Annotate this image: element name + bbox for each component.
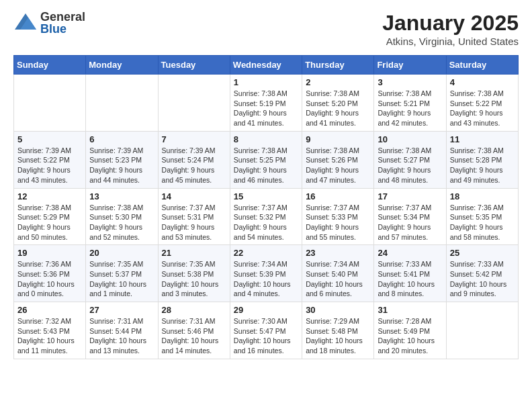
page-header: General Blue January 2025 Atkins, Virgin…: [13, 11, 519, 47]
day-number: 31: [378, 305, 442, 315]
day-number: 10: [378, 134, 442, 144]
day-number: 7: [162, 134, 226, 144]
day-header-thursday: Thursday: [302, 56, 374, 75]
month-title: January 2025: [382, 11, 519, 36]
day-number: 2: [306, 77, 370, 87]
calendar-table: SundayMondayTuesdayWednesdayThursdayFrid…: [13, 55, 519, 359]
day-info: Sunrise: 7:31 AM Sunset: 5:46 PM Dayligh…: [162, 316, 226, 356]
day-number: 15: [234, 191, 298, 201]
calendar-cell: 14Sunrise: 7:37 AM Sunset: 5:31 PM Dayli…: [158, 188, 230, 245]
calendar-cell: 5Sunrise: 7:39 AM Sunset: 5:22 PM Daylig…: [14, 131, 86, 188]
day-info: Sunrise: 7:36 AM Sunset: 5:35 PM Dayligh…: [450, 203, 515, 242]
day-info: Sunrise: 7:38 AM Sunset: 5:22 PM Dayligh…: [450, 89, 515, 128]
day-number: 1: [234, 77, 298, 87]
calendar-week-row: 12Sunrise: 7:38 AM Sunset: 5:29 PM Dayli…: [14, 188, 519, 245]
day-number: 11: [450, 134, 515, 144]
day-info: Sunrise: 7:39 AM Sunset: 5:23 PM Dayligh…: [89, 146, 154, 185]
day-number: 19: [17, 248, 82, 258]
day-number: 9: [306, 134, 370, 144]
calendar-cell: 8Sunrise: 7:38 AM Sunset: 5:25 PM Daylig…: [230, 131, 302, 188]
day-info: Sunrise: 7:30 AM Sunset: 5:47 PM Dayligh…: [234, 316, 298, 356]
calendar-cell: 11Sunrise: 7:38 AM Sunset: 5:28 PM Dayli…: [446, 131, 518, 188]
day-info: Sunrise: 7:36 AM Sunset: 5:36 PM Dayligh…: [17, 259, 82, 299]
calendar-cell: [446, 302, 518, 359]
day-number: 6: [89, 134, 154, 144]
day-info: Sunrise: 7:35 AM Sunset: 5:38 PM Dayligh…: [162, 259, 226, 299]
day-info: Sunrise: 7:31 AM Sunset: 5:44 PM Dayligh…: [89, 316, 154, 356]
day-number: 22: [234, 248, 298, 258]
day-number: 13: [89, 191, 154, 201]
day-number: 26: [17, 305, 82, 315]
day-number: 14: [162, 191, 226, 201]
day-info: Sunrise: 7:33 AM Sunset: 5:42 PM Dayligh…: [450, 259, 515, 299]
calendar-cell: 31Sunrise: 7:28 AM Sunset: 5:49 PM Dayli…: [374, 302, 446, 359]
day-info: Sunrise: 7:38 AM Sunset: 5:19 PM Dayligh…: [234, 89, 298, 128]
day-info: Sunrise: 7:37 AM Sunset: 5:32 PM Dayligh…: [234, 203, 298, 242]
calendar-cell: 2Sunrise: 7:38 AM Sunset: 5:20 PM Daylig…: [302, 75, 374, 132]
day-info: Sunrise: 7:38 AM Sunset: 5:28 PM Dayligh…: [450, 146, 515, 185]
logo-general-text: General: [40, 11, 85, 23]
day-info: Sunrise: 7:28 AM Sunset: 5:49 PM Dayligh…: [378, 316, 442, 356]
day-info: Sunrise: 7:34 AM Sunset: 5:40 PM Dayligh…: [306, 259, 370, 299]
calendar-cell: 28Sunrise: 7:31 AM Sunset: 5:46 PM Dayli…: [158, 302, 230, 359]
calendar-cell: 26Sunrise: 7:32 AM Sunset: 5:43 PM Dayli…: [14, 302, 86, 359]
day-number: 23: [306, 248, 370, 258]
calendar-cell: 17Sunrise: 7:37 AM Sunset: 5:34 PM Dayli…: [374, 188, 446, 245]
day-number: 5: [17, 134, 82, 144]
day-header-wednesday: Wednesday: [230, 56, 302, 75]
calendar-cell: 29Sunrise: 7:30 AM Sunset: 5:47 PM Dayli…: [230, 302, 302, 359]
day-info: Sunrise: 7:39 AM Sunset: 5:22 PM Dayligh…: [17, 146, 82, 185]
day-header-sunday: Sunday: [14, 56, 86, 75]
calendar-cell: 19Sunrise: 7:36 AM Sunset: 5:36 PM Dayli…: [14, 245, 86, 302]
day-number: 3: [378, 77, 442, 87]
day-header-friday: Friday: [374, 56, 446, 75]
calendar-cell: 6Sunrise: 7:39 AM Sunset: 5:23 PM Daylig…: [86, 131, 158, 188]
day-info: Sunrise: 7:38 AM Sunset: 5:21 PM Dayligh…: [378, 89, 442, 128]
day-info: Sunrise: 7:38 AM Sunset: 5:20 PM Dayligh…: [306, 89, 370, 128]
calendar-cell: 15Sunrise: 7:37 AM Sunset: 5:32 PM Dayli…: [230, 188, 302, 245]
calendar-cell: [158, 75, 230, 132]
day-number: 18: [450, 191, 515, 201]
logo-text: General Blue: [40, 11, 85, 35]
calendar-cell: 1Sunrise: 7:38 AM Sunset: 5:19 PM Daylig…: [230, 75, 302, 132]
day-number: 29: [234, 305, 298, 315]
logo-blue-text: Blue: [40, 23, 85, 35]
day-number: 30: [306, 305, 370, 315]
calendar-week-row: 5Sunrise: 7:39 AM Sunset: 5:22 PM Daylig…: [14, 131, 519, 188]
day-info: Sunrise: 7:37 AM Sunset: 5:33 PM Dayligh…: [306, 203, 370, 242]
day-info: Sunrise: 7:38 AM Sunset: 5:30 PM Dayligh…: [89, 203, 154, 242]
calendar-cell: 9Sunrise: 7:38 AM Sunset: 5:26 PM Daylig…: [302, 131, 374, 188]
calendar-cell: 27Sunrise: 7:31 AM Sunset: 5:44 PM Dayli…: [86, 302, 158, 359]
day-number: 8: [234, 134, 298, 144]
calendar-cell: 7Sunrise: 7:39 AM Sunset: 5:24 PM Daylig…: [158, 131, 230, 188]
day-number: 27: [89, 305, 154, 315]
calendar-week-row: 19Sunrise: 7:36 AM Sunset: 5:36 PM Dayli…: [14, 245, 519, 302]
day-info: Sunrise: 7:34 AM Sunset: 5:39 PM Dayligh…: [234, 259, 298, 299]
calendar-cell: 4Sunrise: 7:38 AM Sunset: 5:22 PM Daylig…: [446, 75, 518, 132]
calendar-week-row: 1Sunrise: 7:38 AM Sunset: 5:19 PM Daylig…: [14, 75, 519, 132]
calendar-cell: 30Sunrise: 7:29 AM Sunset: 5:48 PM Dayli…: [302, 302, 374, 359]
calendar-cell: 16Sunrise: 7:37 AM Sunset: 5:33 PM Dayli…: [302, 188, 374, 245]
day-info: Sunrise: 7:37 AM Sunset: 5:31 PM Dayligh…: [162, 203, 226, 242]
day-number: 4: [450, 77, 515, 87]
calendar-cell: 13Sunrise: 7:38 AM Sunset: 5:30 PM Dayli…: [86, 188, 158, 245]
calendar-cell: 18Sunrise: 7:36 AM Sunset: 5:35 PM Dayli…: [446, 188, 518, 245]
calendar-cell: [14, 75, 86, 132]
day-info: Sunrise: 7:38 AM Sunset: 5:25 PM Dayligh…: [234, 146, 298, 185]
day-number: 16: [306, 191, 370, 201]
day-number: 25: [450, 248, 515, 258]
calendar-cell: [86, 75, 158, 132]
day-number: 24: [378, 248, 442, 258]
calendar-cell: 21Sunrise: 7:35 AM Sunset: 5:38 PM Dayli…: [158, 245, 230, 302]
day-info: Sunrise: 7:35 AM Sunset: 5:37 PM Dayligh…: [89, 259, 154, 299]
title-area: January 2025 Atkins, Virginia, United St…: [382, 11, 519, 47]
calendar-cell: 23Sunrise: 7:34 AM Sunset: 5:40 PM Dayli…: [302, 245, 374, 302]
day-info: Sunrise: 7:37 AM Sunset: 5:34 PM Dayligh…: [378, 203, 442, 242]
logo: General Blue: [13, 11, 85, 35]
calendar-cell: 12Sunrise: 7:38 AM Sunset: 5:29 PM Dayli…: [14, 188, 86, 245]
calendar-cell: 25Sunrise: 7:33 AM Sunset: 5:42 PM Dayli…: [446, 245, 518, 302]
day-info: Sunrise: 7:39 AM Sunset: 5:24 PM Dayligh…: [162, 146, 226, 185]
day-info: Sunrise: 7:38 AM Sunset: 5:29 PM Dayligh…: [17, 203, 82, 242]
day-header-tuesday: Tuesday: [158, 56, 230, 75]
day-number: 28: [162, 305, 226, 315]
